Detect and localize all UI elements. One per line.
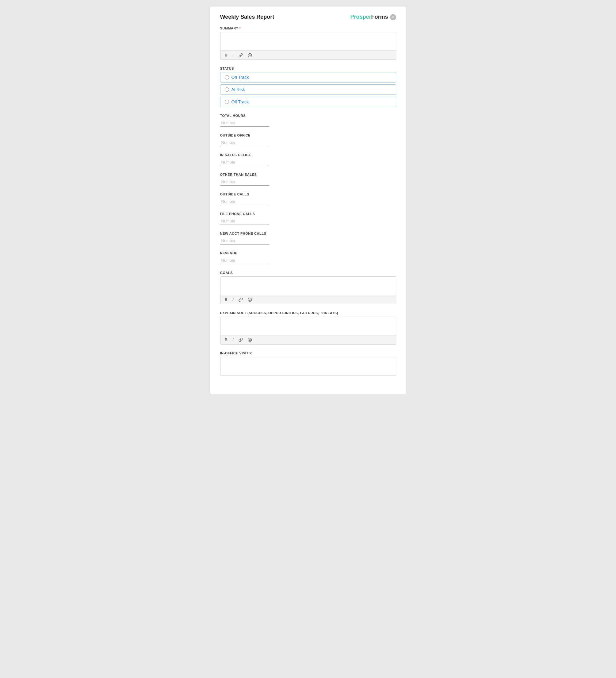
- goals-section: GOALS B I: [220, 271, 396, 304]
- in-sales-office-label: IN SALES OFFICE: [220, 153, 396, 157]
- in-sales-office-section: IN SALES OFFICE: [220, 153, 396, 166]
- svg-point-0: [248, 53, 252, 57]
- status-at-risk-label: At Risk: [232, 87, 245, 92]
- in-sales-office-input[interactable]: [220, 159, 269, 166]
- brand-logo: ProsperForms: [350, 14, 388, 20]
- summary-rich-text-box: B I: [220, 32, 396, 60]
- goals-toolbar: B I: [220, 295, 396, 304]
- status-off-track-radio[interactable]: [225, 100, 229, 104]
- status-off-track-label: Off Track: [232, 100, 249, 104]
- goals-link-button[interactable]: [237, 297, 244, 302]
- explain-soft-italic-button[interactable]: I: [231, 337, 235, 343]
- svg-point-6: [248, 338, 252, 342]
- outside-calls-wrapper: [220, 198, 269, 205]
- in-office-visits-section: IN-OFFICE VISITS:: [220, 351, 396, 376]
- outside-office-input[interactable]: [220, 139, 269, 146]
- revenue-input[interactable]: [220, 257, 269, 264]
- close-button[interactable]: ×: [390, 14, 396, 20]
- outside-calls-label: OUTSIDE CALLS: [220, 192, 396, 196]
- goals-rich-text-box: B I: [220, 276, 396, 304]
- explain-soft-input[interactable]: [220, 317, 396, 334]
- revenue-label: REVENUE: [220, 251, 396, 255]
- file-phone-calls-section: FILE PHONE CALLS: [220, 212, 396, 225]
- explain-soft-bold-button[interactable]: B: [223, 337, 229, 343]
- outside-office-label: OUTSIDE OFFICE: [220, 134, 396, 137]
- status-at-risk[interactable]: At Risk: [220, 84, 396, 95]
- status-label: STATUS: [220, 67, 396, 70]
- brand-forms: Forms: [371, 14, 388, 20]
- explain-soft-rich-text-box: B I: [220, 316, 396, 344]
- status-off-track[interactable]: Off Track: [220, 97, 396, 107]
- new-acct-phone-calls-label: NEW ACCT PHONE CALLS: [220, 232, 396, 235]
- goals-bold-button[interactable]: B: [223, 297, 229, 302]
- summary-link-button[interactable]: [237, 52, 244, 58]
- outside-office-section: OUTSIDE OFFICE: [220, 134, 396, 146]
- brand-area: ProsperForms ×: [350, 14, 396, 20]
- new-acct-phone-calls-input[interactable]: [220, 237, 269, 244]
- status-on-track-radio[interactable]: [225, 75, 229, 79]
- status-on-track[interactable]: On Track: [220, 72, 396, 82]
- other-than-sales-label: OTHER THAN SALES: [220, 173, 396, 177]
- file-phone-calls-label: FILE PHONE CALLS: [220, 212, 396, 216]
- status-on-track-label: On Track: [232, 75, 249, 80]
- goals-label: GOALS: [220, 271, 396, 274]
- status-section: STATUS On Track At Risk Off Track: [220, 67, 396, 107]
- revenue-wrapper: [220, 257, 269, 264]
- total-hours-input[interactable]: [220, 119, 269, 127]
- total-hours-section: TOTAL HOURS: [220, 114, 396, 127]
- summary-section: SUMMARY* B I: [220, 26, 396, 60]
- svg-point-3: [248, 298, 252, 302]
- form-container: Weekly Sales Report ProsperForms × SUMMA…: [210, 6, 406, 395]
- other-than-sales-input[interactable]: [220, 178, 269, 186]
- total-hours-wrapper: [220, 119, 269, 127]
- explain-soft-section: EXPLAIN SOFT (SUCCESS, OPPORTUNITIES, FA…: [220, 311, 396, 344]
- form-header: Weekly Sales Report ProsperForms ×: [220, 14, 396, 20]
- summary-label: SUMMARY*: [220, 26, 396, 30]
- outside-office-wrapper: [220, 139, 269, 146]
- in-office-visits-rich-text-box: [220, 357, 396, 376]
- outside-calls-input[interactable]: [220, 198, 269, 205]
- summary-input[interactable]: [220, 32, 396, 49]
- explain-soft-label: EXPLAIN SOFT (SUCCESS, OPPORTUNITIES, FA…: [220, 311, 396, 315]
- new-acct-phone-calls-wrapper: [220, 237, 269, 244]
- other-than-sales-section: OTHER THAN SALES: [220, 173, 396, 186]
- summary-toolbar: B I: [220, 50, 396, 60]
- new-acct-phone-calls-section: NEW ACCT PHONE CALLS: [220, 232, 396, 244]
- outside-calls-section: OUTSIDE CALLS: [220, 192, 396, 205]
- summary-italic-button[interactable]: I: [231, 52, 235, 58]
- explain-soft-toolbar: B I: [220, 335, 396, 344]
- explain-soft-link-button[interactable]: [237, 337, 244, 343]
- form-title: Weekly Sales Report: [220, 14, 275, 20]
- file-phone-calls-input[interactable]: [220, 218, 269, 225]
- in-sales-office-wrapper: [220, 159, 269, 166]
- total-hours-label: TOTAL HOURS: [220, 114, 396, 117]
- brand-prosper: Prosper: [350, 14, 371, 20]
- other-than-sales-wrapper: [220, 178, 269, 186]
- required-indicator: *: [239, 26, 241, 30]
- summary-emoji-button[interactable]: [247, 52, 253, 58]
- revenue-section: REVENUE: [220, 251, 396, 264]
- status-at-risk-radio[interactable]: [225, 87, 229, 92]
- goals-italic-button[interactable]: I: [231, 297, 235, 302]
- summary-bold-button[interactable]: B: [223, 52, 229, 58]
- in-office-visits-input[interactable]: [220, 357, 396, 374]
- file-phone-calls-wrapper: [220, 218, 269, 225]
- goals-emoji-button[interactable]: [247, 297, 253, 302]
- goals-input[interactable]: [220, 277, 396, 294]
- explain-soft-emoji-button[interactable]: [247, 337, 253, 343]
- in-office-visits-label: IN-OFFICE VISITS:: [220, 351, 396, 355]
